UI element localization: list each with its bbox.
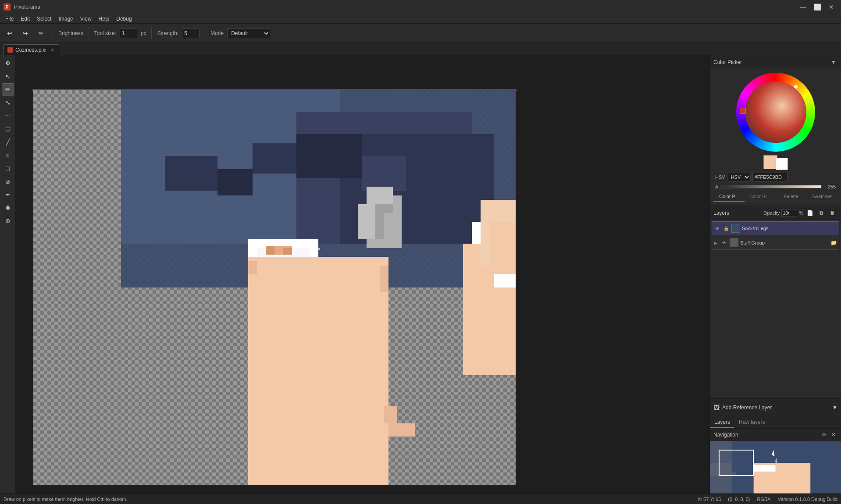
toolbar: ↩ ↪ ✏ Brightness Tool size: px Strength:… xyxy=(0,24,841,43)
tool-line[interactable]: ╱ xyxy=(2,136,14,148)
svg-rect-10 xyxy=(362,156,406,191)
layer-visibility-stuff[interactable]: 👁 xyxy=(721,239,728,246)
layer-lock-socks[interactable]: 🔒 xyxy=(723,225,730,232)
status-pixel-color: (0, 0, 0, 0) xyxy=(728,497,750,502)
cp-tab-swatches[interactable]: Swatches xyxy=(806,192,837,202)
status-version: Version 0.1.8.0 Debug Build xyxy=(778,497,837,502)
menu-edit[interactable]: Edit xyxy=(17,15,33,23)
color-picker-body: HSV HSV RGB HSL A: 255 Color P... xyxy=(710,69,841,206)
close-button[interactable]: ✕ xyxy=(825,2,837,12)
svg-rect-21 xyxy=(283,248,292,255)
add-ref-text: Add Reference Layer xyxy=(722,405,772,411)
color-wheel-indicator xyxy=(794,85,798,89)
tool-paint[interactable]: ⌀ xyxy=(2,175,14,188)
tool-move[interactable]: ✥ xyxy=(2,57,14,69)
menu-image[interactable]: Image xyxy=(55,15,76,23)
alpha-label: A: xyxy=(715,184,720,189)
tool-zoom[interactable]: ⊕ xyxy=(2,215,14,227)
layer-visibility-socks[interactable]: 👁 xyxy=(714,225,721,232)
delete-layer-button[interactable]: 🗑 xyxy=(828,208,837,218)
cp-tab-color-picker[interactable]: Color P... xyxy=(713,192,745,202)
status-right: X: 57 Y: 65 (0, 0, 0, 0) RGBA Version 0.… xyxy=(698,497,837,502)
layer-expand-stuff[interactable]: ▶ xyxy=(714,241,719,245)
tool-effect[interactable]: ✺ xyxy=(2,202,14,214)
svg-rect-9 xyxy=(296,134,362,178)
strength-label: Strength: xyxy=(157,30,178,36)
left-toolbar: ✥ ↖ ✏ ⤡ ⋯ ⬡ ╱ ○ □ ⌀ ✒ ✺ ⊕ xyxy=(0,55,16,493)
nav-close-button[interactable]: ✕ xyxy=(830,431,837,439)
tool-pencil[interactable]: ✏ xyxy=(2,83,14,96)
svg-rect-32 xyxy=(489,222,516,274)
svg-rect-37 xyxy=(388,423,415,437)
nav-settings-button[interactable]: ⚙ xyxy=(820,431,828,439)
color-picker-collapse[interactable]: ▼ xyxy=(830,58,837,66)
title-bar-controls: — ⬜ ✕ xyxy=(797,2,837,12)
tool-ellipse[interactable]: ○ xyxy=(2,149,14,161)
tab-close-button[interactable]: ✕ xyxy=(49,47,55,53)
menu-view[interactable]: View xyxy=(77,15,95,23)
duplicate-layer-button[interactable]: ⧉ xyxy=(816,208,826,218)
layers-title: Layers xyxy=(713,210,729,216)
status-bar: Draw on pixels to make them brighter. Ho… xyxy=(0,493,841,504)
menu-bar: File Edit Select Image View Help Debug xyxy=(0,14,841,24)
cp-tab-color-slider[interactable]: Color Sl... xyxy=(745,192,776,202)
layer-item-stuff-group[interactable]: ▶ 👁 Stuff Group 📁 xyxy=(712,236,839,250)
brightness-tool-button[interactable]: ✏ xyxy=(35,27,47,39)
svg-rect-27 xyxy=(380,266,388,292)
maximize-button[interactable]: ⬜ xyxy=(811,2,823,12)
tool-size-input[interactable] xyxy=(120,28,137,38)
cp-tab-palette[interactable]: Palette xyxy=(776,192,807,202)
app-icon: P xyxy=(4,4,11,11)
pixel-art-canvas[interactable] xyxy=(33,90,516,485)
layers-list: 👁 🔒 Socks'n'legs ▶ 👁 Stuff Group 📁 xyxy=(710,220,841,398)
tool-rectangle[interactable]: □ xyxy=(2,162,14,174)
add-ref-icon: 🖼 xyxy=(713,404,720,411)
mode-label: Mode xyxy=(210,30,224,36)
tool-size-unit: px xyxy=(141,30,146,36)
layer-tab-layers[interactable]: Layers xyxy=(710,417,734,428)
svg-rect-36 xyxy=(384,406,397,423)
main-area: ✥ ↖ ✏ ⤡ ⋯ ⬡ ╱ ○ □ ⌀ ✒ ✺ ⊕ xyxy=(0,55,841,493)
tool-arrow[interactable]: ↖ xyxy=(2,70,14,82)
tool-transform[interactable]: ⤡ xyxy=(2,96,14,109)
layer-tabs: Layers Raw layers xyxy=(710,416,841,428)
canvas-area[interactable] xyxy=(16,55,709,493)
undo-button[interactable]: ↩ xyxy=(4,27,16,39)
color-mode-label: HSV xyxy=(715,174,725,180)
color-wheel-inner[interactable] xyxy=(745,82,806,143)
opacity-input[interactable] xyxy=(781,209,797,217)
layer-item-socks-n-legs[interactable]: 👁 🔒 Socks'n'legs xyxy=(712,221,839,235)
status-color-mode: RGBA xyxy=(757,497,770,502)
hex-input[interactable] xyxy=(752,173,788,181)
menu-debug[interactable]: Debug xyxy=(113,15,135,23)
tool-eyedropper[interactable]: ✒ xyxy=(2,188,14,201)
alpha-slider[interactable] xyxy=(721,185,822,188)
strength-input[interactable] xyxy=(182,28,200,38)
redo-button[interactable]: ↪ xyxy=(19,27,32,39)
menu-file[interactable]: File xyxy=(2,15,17,23)
layers-section: Layers Opacity % 📄 ⧉ 🗑 👁 🔒 Socks'n'legs xyxy=(710,206,841,493)
tool-lasso[interactable]: ⋯ xyxy=(2,110,14,122)
color-mode-select[interactable]: HSV RGB HSL xyxy=(727,173,751,181)
file-tab[interactable]: Coziness.pixi ✕ xyxy=(4,44,59,55)
title-text: Pixelorama xyxy=(14,4,40,10)
add-reference-layer-button[interactable]: 🖼 Add Reference Layer ▼ xyxy=(710,398,841,416)
color-swatch-secondary[interactable] xyxy=(776,158,788,170)
color-wheel-container[interactable] xyxy=(736,73,815,152)
minimize-button[interactable]: — xyxy=(797,2,809,12)
menu-help[interactable]: Help xyxy=(95,15,113,23)
menu-select[interactable]: Select xyxy=(33,15,55,23)
layers-header: Layers Opacity % 📄 ⧉ 🗑 xyxy=(710,206,841,220)
svg-rect-25 xyxy=(248,274,388,485)
svg-rect-4 xyxy=(33,90,121,309)
mode-select[interactable]: Default Lighten Only Darken Only xyxy=(227,28,270,38)
svg-rect-34 xyxy=(415,397,516,485)
layer-tab-raw[interactable]: Raw layers xyxy=(734,417,769,428)
tab-bar: Coziness.pixi ✕ xyxy=(0,43,841,55)
svg-rect-33 xyxy=(33,397,248,485)
tab-filename: Coziness.pixi xyxy=(15,47,46,53)
tool-stamp[interactable]: ⬡ xyxy=(2,123,14,135)
new-layer-button[interactable]: 📄 xyxy=(805,208,815,218)
svg-rect-45 xyxy=(754,465,776,472)
svg-rect-42 xyxy=(710,463,732,493)
